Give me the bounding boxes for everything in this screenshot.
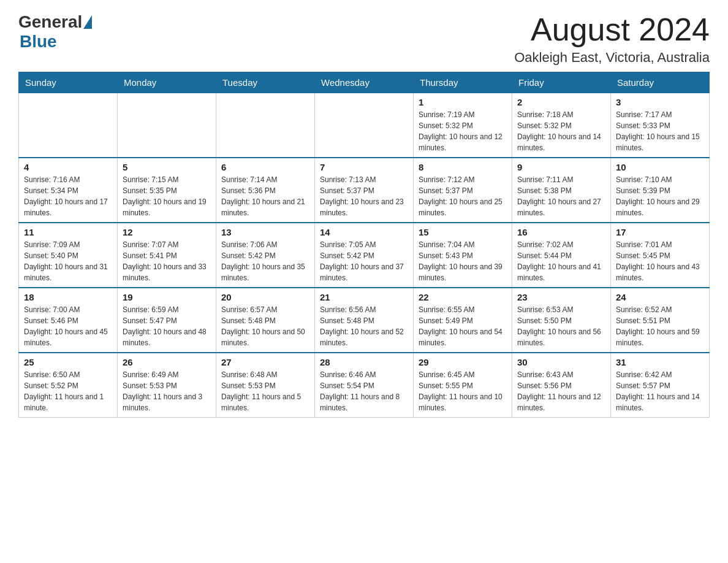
calendar-cell: 2Sunrise: 7:18 AM Sunset: 5:32 PM Daylig… [512,93,611,158]
calendar-cell: 30Sunrise: 6:43 AM Sunset: 5:56 PM Dayli… [512,353,611,418]
day-info: Sunrise: 7:06 AM Sunset: 5:42 PM Dayligh… [221,239,309,283]
day-info: Sunrise: 7:17 AM Sunset: 5:33 PM Dayligh… [616,109,704,153]
day-number: 26 [123,357,211,367]
calendar-week-row: 1Sunrise: 7:19 AM Sunset: 5:32 PM Daylig… [19,93,710,158]
calendar-cell: 27Sunrise: 6:48 AM Sunset: 5:53 PM Dayli… [216,353,315,418]
day-number: 9 [517,162,605,172]
calendar-day-header: Saturday [611,72,710,93]
day-number: 31 [616,357,704,367]
calendar-cell: 28Sunrise: 6:46 AM Sunset: 5:54 PM Dayli… [315,353,414,418]
logo-blue-text: Blue [20,32,92,52]
day-number: 7 [320,162,408,172]
day-info: Sunrise: 7:05 AM Sunset: 5:42 PM Dayligh… [320,239,408,283]
day-info: Sunrise: 6:48 AM Sunset: 5:53 PM Dayligh… [221,369,309,413]
day-number: 4 [24,162,112,172]
day-info: Sunrise: 7:11 AM Sunset: 5:38 PM Dayligh… [517,174,605,218]
calendar-cell: 8Sunrise: 7:12 AM Sunset: 5:37 PM Daylig… [414,158,512,223]
day-info: Sunrise: 7:12 AM Sunset: 5:37 PM Dayligh… [419,174,507,218]
calendar-cell: 25Sunrise: 6:50 AM Sunset: 5:52 PM Dayli… [19,353,118,418]
day-info: Sunrise: 7:02 AM Sunset: 5:44 PM Dayligh… [517,239,605,283]
calendar-cell: 3Sunrise: 7:17 AM Sunset: 5:33 PM Daylig… [611,93,710,158]
calendar-cell: 12Sunrise: 7:07 AM Sunset: 5:41 PM Dayli… [118,223,216,288]
calendar-cell: 10Sunrise: 7:10 AM Sunset: 5:39 PM Dayli… [611,158,710,223]
day-number: 10 [616,162,704,172]
logo: GeneralBlue [18,12,92,52]
calendar-cell [118,93,216,158]
calendar-day-header: Sunday [19,72,118,93]
day-info: Sunrise: 7:00 AM Sunset: 5:46 PM Dayligh… [24,304,112,348]
day-info: Sunrise: 7:15 AM Sunset: 5:35 PM Dayligh… [123,174,211,218]
calendar-cell: 21Sunrise: 6:56 AM Sunset: 5:48 PM Dayli… [315,288,414,353]
day-number: 5 [123,162,211,172]
day-number: 1 [419,97,507,107]
day-info: Sunrise: 6:53 AM Sunset: 5:50 PM Dayligh… [517,304,605,348]
calendar-cell: 5Sunrise: 7:15 AM Sunset: 5:35 PM Daylig… [118,158,216,223]
calendar-cell: 9Sunrise: 7:11 AM Sunset: 5:38 PM Daylig… [512,158,611,223]
calendar-cell: 7Sunrise: 7:13 AM Sunset: 5:37 PM Daylig… [315,158,414,223]
calendar-cell: 31Sunrise: 6:42 AM Sunset: 5:57 PM Dayli… [611,353,710,418]
calendar-cell: 20Sunrise: 6:57 AM Sunset: 5:48 PM Dayli… [216,288,315,353]
day-number: 2 [517,97,605,107]
day-info: Sunrise: 7:01 AM Sunset: 5:45 PM Dayligh… [616,239,704,283]
day-info: Sunrise: 7:13 AM Sunset: 5:37 PM Dayligh… [320,174,408,218]
calendar-cell: 23Sunrise: 6:53 AM Sunset: 5:50 PM Dayli… [512,288,611,353]
calendar-cell: 11Sunrise: 7:09 AM Sunset: 5:40 PM Dayli… [19,223,118,288]
calendar-cell: 17Sunrise: 7:01 AM Sunset: 5:45 PM Dayli… [611,223,710,288]
day-number: 3 [616,97,704,107]
calendar-cell: 15Sunrise: 7:04 AM Sunset: 5:43 PM Dayli… [414,223,512,288]
calendar-cell: 18Sunrise: 7:00 AM Sunset: 5:46 PM Dayli… [19,288,118,353]
day-info: Sunrise: 6:52 AM Sunset: 5:51 PM Dayligh… [616,304,704,348]
day-number: 14 [320,227,408,237]
day-number: 21 [320,292,408,302]
day-info: Sunrise: 6:42 AM Sunset: 5:57 PM Dayligh… [616,369,704,413]
calendar-cell: 16Sunrise: 7:02 AM Sunset: 5:44 PM Dayli… [512,223,611,288]
calendar-day-header: Monday [118,72,216,93]
title-block: August 2024 Oakleigh East, Victoria, Aus… [514,12,710,66]
calendar-cell [216,93,315,158]
calendar-cell: 4Sunrise: 7:16 AM Sunset: 5:34 PM Daylig… [19,158,118,223]
day-number: 17 [616,227,704,237]
calendar-week-row: 11Sunrise: 7:09 AM Sunset: 5:40 PM Dayli… [19,223,710,288]
logo-general-text: General [18,12,82,32]
day-number: 12 [123,227,211,237]
calendar-title: August 2024 [514,12,710,47]
day-number: 24 [616,292,704,302]
day-info: Sunrise: 7:18 AM Sunset: 5:32 PM Dayligh… [517,109,605,153]
day-number: 25 [24,357,112,367]
day-number: 15 [419,227,507,237]
day-info: Sunrise: 6:55 AM Sunset: 5:49 PM Dayligh… [419,304,507,348]
calendar-cell: 6Sunrise: 7:14 AM Sunset: 5:36 PM Daylig… [216,158,315,223]
day-number: 11 [24,227,112,237]
calendar-cell: 14Sunrise: 7:05 AM Sunset: 5:42 PM Dayli… [315,223,414,288]
calendar-cell: 19Sunrise: 6:59 AM Sunset: 5:47 PM Dayli… [118,288,216,353]
calendar-header-row: SundayMondayTuesdayWednesdayThursdayFrid… [19,72,710,93]
day-info: Sunrise: 7:19 AM Sunset: 5:32 PM Dayligh… [419,109,507,153]
day-info: Sunrise: 6:49 AM Sunset: 5:53 PM Dayligh… [123,369,211,413]
day-number: 16 [517,227,605,237]
day-info: Sunrise: 6:50 AM Sunset: 5:52 PM Dayligh… [24,369,112,413]
day-number: 8 [419,162,507,172]
day-info: Sunrise: 6:46 AM Sunset: 5:54 PM Dayligh… [320,369,408,413]
calendar-day-header: Friday [512,72,611,93]
calendar-week-row: 4Sunrise: 7:16 AM Sunset: 5:34 PM Daylig… [19,158,710,223]
day-info: Sunrise: 6:45 AM Sunset: 5:55 PM Dayligh… [419,369,507,413]
day-info: Sunrise: 6:43 AM Sunset: 5:56 PM Dayligh… [517,369,605,413]
day-number: 22 [419,292,507,302]
day-info: Sunrise: 6:56 AM Sunset: 5:48 PM Dayligh… [320,304,408,348]
day-number: 18 [24,292,112,302]
day-number: 20 [221,292,309,302]
day-info: Sunrise: 7:10 AM Sunset: 5:39 PM Dayligh… [616,174,704,218]
day-info: Sunrise: 6:59 AM Sunset: 5:47 PM Dayligh… [123,304,211,348]
calendar-cell: 24Sunrise: 6:52 AM Sunset: 5:51 PM Dayli… [611,288,710,353]
calendar-week-row: 18Sunrise: 7:00 AM Sunset: 5:46 PM Dayli… [19,288,710,353]
day-info: Sunrise: 7:04 AM Sunset: 5:43 PM Dayligh… [419,239,507,283]
logo-triangle-icon [83,15,92,29]
calendar-subtitle: Oakleigh East, Victoria, Australia [514,50,710,66]
calendar-cell: 26Sunrise: 6:49 AM Sunset: 5:53 PM Dayli… [118,353,216,418]
calendar-cell: 22Sunrise: 6:55 AM Sunset: 5:49 PM Dayli… [414,288,512,353]
day-number: 6 [221,162,309,172]
calendar-day-header: Wednesday [315,72,414,93]
calendar-cell [19,93,118,158]
day-info: Sunrise: 6:57 AM Sunset: 5:48 PM Dayligh… [221,304,309,348]
day-number: 23 [517,292,605,302]
